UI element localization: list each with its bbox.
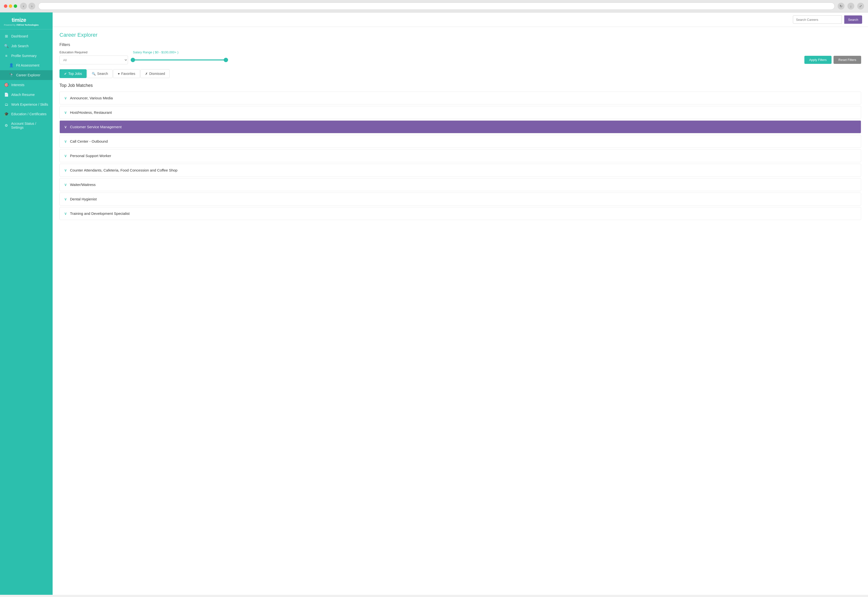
job-item-9[interactable]: ∨ Training and Development Specialist [59, 207, 861, 220]
chevron-icon: ∨ [64, 168, 67, 172]
forward-button[interactable]: › [28, 3, 35, 10]
logo-job: job [4, 17, 12, 23]
sidebar-item-fit-assessment[interactable]: 👤 Fit Assessment [0, 61, 53, 70]
tab-search[interactable]: 🔍 Search [87, 69, 113, 78]
chevron-icon: ∨ [64, 182, 67, 187]
filters-section: Filters Education Required All Salary Ra… [59, 43, 861, 64]
reload-button[interactable]: ↻ [838, 3, 844, 10]
sidebar-item-work-experience[interactable]: 🗂 Work Experience / Skills [0, 100, 53, 109]
settings-icon: ⚙ [4, 123, 9, 128]
job-name: Training and Development Specialist [70, 211, 130, 215]
main-content: Search Career Explorer Filters Education… [53, 12, 868, 595]
x-icon: ✗ [145, 72, 148, 76]
salary-range-value: ( $0 - $100,000+ ) [153, 50, 178, 54]
fullscreen-window-button[interactable] [14, 4, 17, 8]
sidebar-item-education[interactable]: 🎓 Education / Certificates [0, 109, 53, 119]
sidebar-item-career-explorer[interactable]: 🔭 Career Explorer [0, 70, 53, 80]
chevron-icon: ∨ [64, 153, 67, 158]
interests-icon: 🎯 [4, 83, 9, 87]
sidebar: jobtimize Powered by FitFirst Technologi… [0, 12, 53, 595]
range-thumb-right[interactable] [224, 58, 228, 62]
browser-chrome: ‹ › ↻ ↓ ⤢ [0, 0, 868, 12]
tab-favorites[interactable]: ♥ Favorites [113, 69, 140, 78]
job-item-5[interactable]: ∨ Personal Support Worker [59, 149, 861, 162]
search-button[interactable]: Search [844, 15, 862, 24]
filter-actions: Apply Filters Reset Filters [804, 56, 861, 64]
sidebar-label-fit-assessment: Fit Assessment [16, 63, 39, 67]
sidebar-item-dashboard[interactable]: ⊞ Dashboard [0, 31, 53, 41]
tab-top-jobs[interactable]: ✔ Top Jobs [59, 69, 87, 78]
sidebar-item-attach-resume[interactable]: 📄 Attach Resume [0, 90, 53, 100]
briefcase-icon: 🗂 [4, 102, 9, 107]
job-item-1[interactable]: ∨ Announcer, Various Media [59, 92, 861, 104]
sidebar-item-profile-summary[interactable]: ≡ Profile Summary [0, 51, 53, 61]
job-item-3[interactable]: ∨ Customer Service Management [59, 120, 861, 133]
career-explorer-icon: 🔭 [9, 73, 14, 77]
chevron-icon: ∨ [64, 110, 67, 115]
back-button[interactable]: ‹ [20, 3, 27, 10]
tab-dismissed[interactable]: ✗ Dismissed [140, 69, 170, 78]
sidebar-label-work-experience: Work Experience / Skills [11, 102, 48, 107]
sidebar-item-account-settings[interactable]: ⚙ Account Status / Settings [0, 119, 53, 132]
job-name: Customer Service Management [70, 125, 122, 129]
education-filter-group: Education Required All [59, 50, 128, 64]
sidebar-label-attach-resume: Attach Resume [11, 93, 35, 97]
fitfirst-logo: FitFirst Technologies [16, 24, 39, 26]
job-list: ∨ Announcer, Various Media ∨ Host/Hostes… [59, 92, 861, 221]
list-icon: ≡ [4, 53, 9, 58]
tabs-row: ✔ Top Jobs 🔍 Search ♥ Favorites ✗ Dismis… [59, 69, 861, 78]
chevron-icon: ∨ [64, 96, 67, 100]
heart-icon: ♥ [118, 72, 120, 76]
close-window-button[interactable] [4, 4, 7, 8]
job-name: Waiter/Waitress [70, 183, 96, 187]
chevron-icon: ∨ [64, 197, 67, 201]
chevron-icon: ∨ [64, 125, 67, 129]
sidebar-label-education: Education / Certificates [11, 112, 46, 116]
minimize-window-button[interactable] [9, 4, 12, 8]
sidebar-nav: ⊞ Dashboard 🔍 Job Search ≡ Profile Summa… [0, 29, 53, 595]
search-tab-icon: 🔍 [92, 72, 96, 76]
sidebar-label-profile-summary: Profile Summary [11, 54, 36, 58]
education-filter-select[interactable]: All [59, 55, 128, 64]
job-item-6[interactable]: ∨ Counter Attendants, Cafeteria, Food Co… [59, 164, 861, 177]
job-name: Counter Attendants, Cafeteria, Food Conc… [70, 168, 177, 172]
sidebar-item-interests[interactable]: 🎯 Interests [0, 80, 53, 90]
job-item-2[interactable]: ∨ Host/Hostess, Restaurant [59, 106, 861, 119]
search-careers-input[interactable] [793, 15, 842, 24]
powered-by: Powered by FitFirst Technologies [4, 24, 49, 26]
sidebar-label-dashboard: Dashboard [11, 34, 28, 38]
page-content: Career Explorer Filters Education Requir… [53, 27, 868, 226]
job-name: Call Center - Outbound [70, 139, 108, 143]
filters-title: Filters [59, 43, 861, 47]
chevron-icon: ∨ [64, 139, 67, 144]
salary-filter-group: Salary Range ( $0 - $100,000+ ) [133, 50, 226, 64]
job-item-7[interactable]: ∨ Waiter/Waitress [59, 178, 861, 191]
sidebar-label-account-settings: Account Status / Settings [11, 122, 49, 129]
person-icon: 👤 [9, 63, 14, 68]
sidebar-item-job-search[interactable]: 🔍 Job Search [0, 41, 53, 51]
section-title: Top Job Matches [59, 83, 861, 88]
browser-nav-buttons: ‹ › [20, 3, 35, 10]
page-title: Career Explorer [59, 32, 861, 38]
salary-range-slider[interactable] [133, 55, 226, 64]
range-thumb-left[interactable] [131, 58, 135, 62]
download-button[interactable]: ↓ [847, 3, 854, 10]
fullscreen-button[interactable]: ⤢ [857, 3, 864, 10]
apply-filters-button[interactable]: Apply Filters [804, 56, 832, 64]
job-name: Dental Hygienist [70, 197, 97, 201]
checkmark-icon: ✔ [64, 72, 67, 76]
traffic-lights [4, 4, 17, 8]
dashboard-icon: ⊞ [4, 34, 9, 39]
job-item-4[interactable]: ∨ Call Center - Outbound [59, 135, 861, 148]
job-name: Host/Hostess, Restaurant [70, 110, 112, 114]
reset-filters-button[interactable]: Reset Filters [834, 56, 861, 64]
chevron-icon: ∨ [64, 211, 67, 216]
logo-area: jobtimize Powered by FitFirst Technologi… [0, 12, 53, 29]
address-bar[interactable] [38, 3, 835, 10]
salary-filter-label: Salary Range ( $0 - $100,000+ ) [133, 50, 226, 54]
range-fill [133, 59, 226, 61]
sidebar-label-career-explorer: Career Explorer [16, 73, 40, 77]
education-icon: 🎓 [4, 112, 9, 116]
logo-text: jobtimize [4, 17, 49, 23]
job-item-8[interactable]: ∨ Dental Hygienist [59, 193, 861, 205]
